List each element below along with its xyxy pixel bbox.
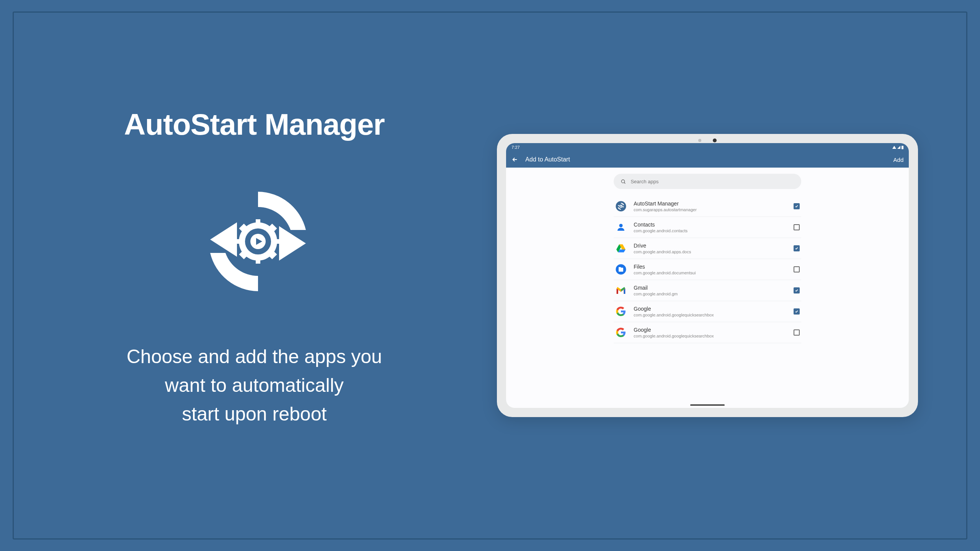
add-button[interactable]: Add <box>893 156 904 163</box>
app-checkbox[interactable] <box>794 203 800 209</box>
app-icon-google <box>615 327 627 338</box>
svg-marker-1 <box>279 226 306 261</box>
app-row[interactable]: Googlecom.google.android.googlequicksear… <box>614 322 801 343</box>
svg-rect-4 <box>256 219 260 226</box>
app-checkbox[interactable] <box>794 287 800 293</box>
search-icon <box>621 179 626 184</box>
app-row[interactable]: Gmailcom.google.android.gm <box>614 280 801 301</box>
svg-point-20 <box>619 224 623 227</box>
svg-rect-26 <box>619 267 621 268</box>
app-icon-contacts <box>615 222 627 233</box>
app-icon-drive <box>615 243 627 254</box>
battery-icon <box>902 146 903 149</box>
app-name: AutoStart Manager <box>634 201 787 207</box>
svg-rect-5 <box>256 257 260 264</box>
nav-pill[interactable] <box>690 404 725 406</box>
app-name: Files <box>634 264 787 270</box>
promo-subtitle: Choose and add the apps you want to auto… <box>127 342 382 429</box>
svg-rect-7 <box>273 239 280 244</box>
autostart-logo-icon <box>187 180 329 304</box>
signal-icon <box>897 146 900 149</box>
app-name: Google <box>634 327 787 333</box>
app-icon-google <box>615 306 627 317</box>
promo-title: AutoStart Manager <box>124 107 385 142</box>
app-row[interactable]: Filescom.google.android.documentsui <box>614 259 801 280</box>
app-name: Contacts <box>634 222 787 228</box>
app-package: com.google.android.documentsui <box>634 271 787 275</box>
svg-rect-6 <box>236 239 243 244</box>
tablet-frame: 7:27 Add to AutoStart Add <box>497 134 918 417</box>
status-bar: 7:27 <box>506 143 909 152</box>
app-row[interactable]: Googlecom.google.android.googlequicksear… <box>614 301 801 322</box>
app-name: Drive <box>634 243 787 249</box>
app-icon-autostart <box>615 201 627 212</box>
app-icon-files <box>615 264 627 275</box>
svg-marker-0 <box>210 222 237 257</box>
svg-point-14 <box>622 179 625 183</box>
back-button[interactable] <box>511 156 518 163</box>
appbar-title: Add to AutoStart <box>525 156 893 163</box>
app-checkbox[interactable] <box>794 308 800 315</box>
search-bar[interactable] <box>614 174 801 189</box>
app-package: com.google.android.contacts <box>634 228 787 233</box>
app-row[interactable]: Contactscom.google.android.contacts <box>614 217 801 238</box>
status-time: 7:27 <box>511 145 519 150</box>
app-icon-gmail <box>615 285 627 296</box>
app-checkbox[interactable] <box>794 266 800 272</box>
wifi-icon <box>892 146 896 149</box>
app-package: com.sugarapps.autostartmanager <box>634 207 787 212</box>
app-package: com.google.android.gm <box>634 292 787 296</box>
app-row[interactable]: Drivecom.google.android.apps.docs <box>614 238 801 259</box>
app-name: Gmail <box>634 285 787 291</box>
app-checkbox[interactable] <box>794 224 800 230</box>
app-package: com.google.android.googlequicksearchbox <box>634 313 787 317</box>
svg-rect-25 <box>619 268 623 272</box>
app-name: Google <box>634 306 787 312</box>
app-package: com.google.android.googlequicksearchbox <box>634 334 787 338</box>
app-checkbox[interactable] <box>794 329 800 336</box>
app-row[interactable]: AutoStart Managercom.sugarapps.autostart… <box>614 196 801 217</box>
app-checkbox[interactable] <box>794 245 800 251</box>
app-package: com.google.android.apps.docs <box>634 249 787 254</box>
search-input[interactable] <box>630 179 794 184</box>
